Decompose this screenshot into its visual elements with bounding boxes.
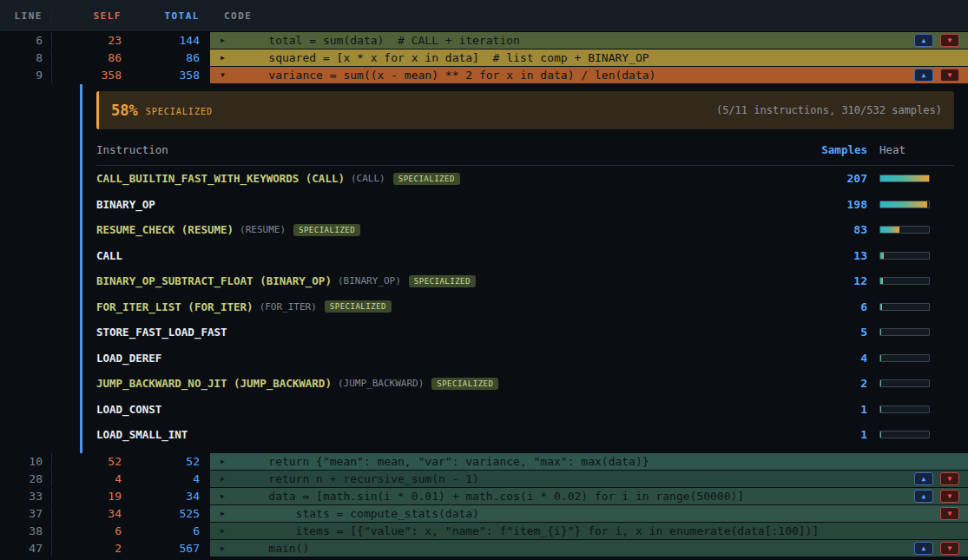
- line-number: 6: [0, 32, 52, 49]
- jump-down-button[interactable]: ▼: [940, 69, 959, 82]
- heat-bar: [879, 379, 930, 387]
- disclosure-triangle-icon[interactable]: ▼: [221, 71, 234, 79]
- heat-bar-fill: [880, 329, 881, 335]
- code-rows-top: 623144▶ total = sum(data) # CALL + itera…: [0, 32, 968, 84]
- self-samples: 52: [52, 453, 128, 470]
- instruction-samples: 207: [798, 172, 867, 185]
- instruction-name: LOAD_CONST: [96, 403, 798, 416]
- heat-cell: [867, 354, 954, 362]
- line-number: 38: [0, 523, 52, 539]
- heat-bar: [879, 226, 930, 234]
- code-line-row[interactable]: 9358358▼ variance = sum((x - mean) ** 2 …: [0, 67, 968, 84]
- heat-cell: [867, 201, 954, 208]
- self-samples: 23: [52, 32, 128, 49]
- code-line-row[interactable]: 3734525▶ stats = compute_stats(data)▼: [0, 505, 968, 523]
- heat-bar-fill: [880, 355, 881, 361]
- total-samples: 4: [128, 471, 210, 487]
- instruction-samples: 1: [798, 403, 867, 416]
- instruction-opcode: JUMP_BACKWARD_NO_JIT (JUMP_BACKWARD): [96, 377, 332, 390]
- instruction-opcode: CALL_BUILTIN_FAST_WITH_KEYWORDS (CALL): [96, 172, 345, 185]
- code-line-row[interactable]: 623144▶ total = sum(data) # CALL + itera…: [0, 32, 968, 49]
- code-text: stats = compute_stats(data): [241, 507, 479, 520]
- disclosure-triangle-icon[interactable]: ▶: [221, 36, 234, 44]
- line-number: 28: [0, 471, 52, 487]
- instruction-opcode: BINARY_OP_SUBTRACT_FLOAT (BINARY_OP): [96, 274, 332, 287]
- self-samples: 358: [52, 67, 128, 83]
- code-cell[interactable]: ▶ return n + recursive_sum(n - 1)▲▼: [210, 471, 968, 487]
- jump-up-button[interactable]: ▲: [914, 490, 933, 503]
- code-text: variance = sum((x - mean) ** 2 for x in …: [241, 69, 655, 82]
- col-header-line: LINE: [0, 10, 52, 22]
- instruction-samples: 13: [798, 249, 867, 262]
- specialized-percent: 58%: [111, 102, 138, 119]
- instruction-name: LOAD_DEREF: [96, 352, 798, 365]
- code-line-row[interactable]: 331934▶ data = [math.sin(i * 0.01) + mat…: [0, 488, 968, 505]
- disclosure-triangle-icon[interactable]: ▶: [221, 510, 234, 517]
- code-line-row[interactable]: 472567▶ main()▲▼: [0, 540, 968, 557]
- disclosure-triangle-icon[interactable]: ▶: [221, 544, 234, 552]
- code-text: items = [{"value": x, "name": f"item_{i}…: [241, 524, 819, 537]
- code-text: total = sum(data) # CALL + iteration: [241, 34, 520, 47]
- disclosure-triangle-icon[interactable]: ▶: [221, 527, 234, 535]
- instruction-opcode: STORE_FAST_LOAD_FAST: [96, 326, 227, 339]
- self-samples: 19: [52, 488, 128, 504]
- instruction-table-header: Instruction Samples Heat: [96, 129, 954, 166]
- line-number: 47: [0, 540, 52, 557]
- code-line-row[interactable]: 105252▶ return {"mean": mean, "var": var…: [0, 453, 968, 471]
- total-samples: 144: [128, 32, 210, 49]
- instruction-samples: 2: [798, 377, 867, 390]
- heat-bar-fill: [880, 227, 899, 233]
- jump-down-button[interactable]: ▼: [940, 472, 959, 485]
- instruction-name: CALL: [96, 249, 798, 262]
- instruction-opcode: LOAD_DEREF: [96, 352, 161, 365]
- disclosure-triangle-icon[interactable]: ▶: [221, 492, 234, 500]
- self-samples: 34: [52, 505, 128, 522]
- instruction-rows: CALL_BUILTIN_FAST_WITH_KEYWORDS (CALL)(C…: [96, 166, 954, 448]
- code-cell[interactable]: ▶ return {"mean": mean, "var": variance,…: [210, 453, 968, 470]
- jump-down-button[interactable]: ▼: [940, 490, 959, 503]
- specialized-badge: SPECIALIZED: [325, 300, 392, 313]
- specialized-badge: SPECIALIZED: [393, 173, 460, 185]
- self-samples: 4: [52, 471, 128, 487]
- code-text: return {"mean": mean, "var": variance, "…: [241, 455, 649, 468]
- instruction-samples: 4: [798, 352, 867, 365]
- heat-bar: [879, 303, 930, 311]
- code-line-row[interactable]: 3866▶ items = [{"value": x, "name": f"it…: [0, 523, 968, 540]
- instruction-samples: 12: [798, 274, 867, 287]
- jump-up-button[interactable]: ▲: [914, 472, 933, 485]
- code-text: main(): [241, 542, 309, 555]
- instruction-samples: 6: [798, 300, 867, 313]
- instruction-row: FOR_ITER_LIST (FOR_ITER)(FOR_ITER)SPECIA…: [96, 294, 954, 320]
- disclosure-triangle-icon[interactable]: ▶: [221, 475, 234, 483]
- instruction-opcode: RESUME_CHECK (RESUME): [96, 223, 234, 236]
- code-cell[interactable]: ▶ items = [{"value": x, "name": f"item_{…: [210, 523, 968, 539]
- instruction-name: STORE_FAST_LOAD_FAST: [96, 326, 798, 339]
- heat-bar: [879, 201, 930, 208]
- self-samples: 86: [52, 49, 128, 66]
- jump-down-button[interactable]: ▼: [940, 34, 959, 47]
- jump-up-button[interactable]: ▲: [914, 542, 933, 555]
- code-text: data = [math.sin(i * 0.01) + math.cos(i …: [241, 490, 744, 503]
- jump-up-button[interactable]: ▲: [914, 34, 933, 47]
- disclosure-triangle-icon[interactable]: ▶: [221, 458, 234, 465]
- code-cell[interactable]: ▶ main()▲▼: [210, 540, 968, 557]
- code-cell[interactable]: ▼ variance = sum((x - mean) ** 2 for x i…: [210, 67, 968, 83]
- code-cell[interactable]: ▶ stats = compute_stats(data)▼: [210, 505, 968, 522]
- code-cell[interactable]: ▶ data = [math.sin(i * 0.01) + math.cos(…: [210, 488, 968, 504]
- code-text: squared = [x * x for x in data] # list c…: [241, 51, 649, 64]
- code-cell[interactable]: ▶ total = sum(data) # CALL + iteration▲▼: [210, 32, 968, 49]
- jump-up-button[interactable]: ▲: [914, 69, 933, 82]
- col-header-heat: Heat: [867, 143, 954, 156]
- code-line-row[interactable]: 2844▶ return n + recursive_sum(n - 1)▲▼: [0, 471, 968, 488]
- heat-bar: [879, 252, 930, 260]
- instruction-opcode: LOAD_SMALL_INT: [96, 428, 188, 441]
- instruction-base-opcode: (JUMP_BACKWARD): [338, 378, 424, 389]
- code-cell[interactable]: ▶ squared = [x * x for x in data] # list…: [210, 49, 968, 66]
- instruction-row: BINARY_OP_SUBTRACT_FLOAT (BINARY_OP)(BIN…: [96, 268, 954, 294]
- jump-down-button[interactable]: ▼: [940, 507, 959, 520]
- total-samples: 525: [128, 505, 210, 522]
- code-line-row[interactable]: 88686▶ squared = [x * x for x in data] #…: [0, 49, 968, 67]
- instruction-name: CALL_BUILTIN_FAST_WITH_KEYWORDS (CALL)(C…: [96, 172, 798, 185]
- jump-down-button[interactable]: ▼: [940, 542, 959, 555]
- disclosure-triangle-icon[interactable]: ▶: [221, 54, 234, 62]
